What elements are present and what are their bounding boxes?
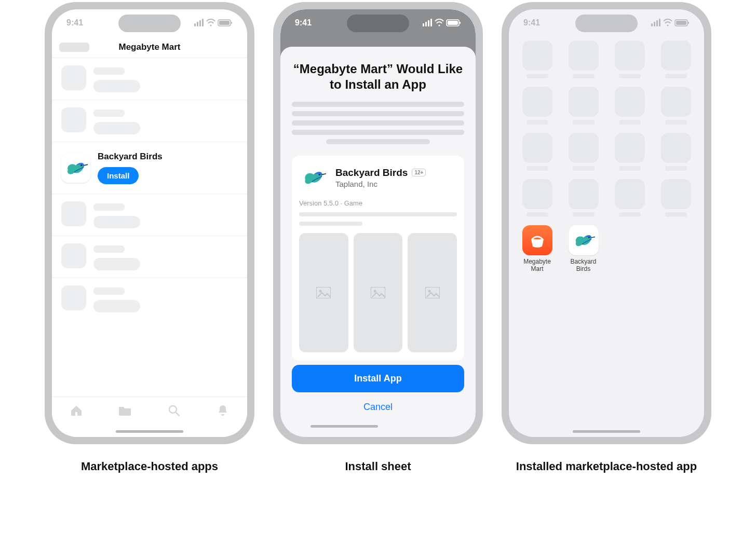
caption-3: Installed marketplace-hosted app — [516, 460, 697, 473]
app-placeholder[interactable] — [562, 179, 604, 217]
cancel-button[interactable]: Cancel — [359, 398, 397, 417]
search-icon[interactable] — [164, 403, 184, 418]
list-item[interactable] — [52, 58, 247, 100]
install-button[interactable]: Install — [98, 167, 139, 184]
text-placeholder — [299, 212, 457, 216]
text-placeholder — [299, 222, 362, 226]
app-grid: Megabyte Mart Backyard Birds — [516, 40, 697, 273]
app-placeholder[interactable] — [516, 179, 558, 217]
app-icon-placeholder — [61, 285, 86, 310]
dynamic-island — [118, 15, 181, 32]
app-placeholder[interactable] — [655, 40, 697, 78]
svg-line-12 — [176, 413, 179, 416]
app-placeholder[interactable] — [562, 133, 604, 171]
app-card: Backyard Birds 12+ Tapland, Inc Version … — [292, 156, 464, 361]
backyard-birds-icon — [299, 163, 328, 192]
app-publisher: Tapland, Inc — [335, 180, 426, 188]
status-time: 9:41 — [295, 18, 312, 28]
screenshot-placeholder — [408, 233, 457, 352]
status-time: 9:41 — [523, 18, 540, 28]
home-indicator — [310, 425, 378, 428]
app-backyard-birds[interactable]: Backyard Birds — [562, 225, 604, 273]
app-placeholder[interactable] — [609, 179, 651, 217]
app-placeholder[interactable] — [655, 133, 697, 171]
list-item[interactable] — [52, 236, 247, 278]
age-rating-badge: 12+ — [412, 169, 426, 176]
backyard-birds-icon — [569, 225, 599, 255]
app-list: Backyard Birds Install — [52, 58, 247, 320]
screen1-column: 9:41 Megabyte Mart — [45, 2, 254, 473]
install-sheet: “Megabyte Mart” Would Like to Install an… — [280, 47, 476, 437]
screenshot-placeholder — [354, 233, 403, 352]
app-placeholder[interactable] — [609, 87, 651, 125]
app-placeholder[interactable] — [655, 179, 697, 217]
nav-title: Megabyte Mart — [118, 42, 180, 52]
sheet-actions: Install App Cancel — [292, 365, 464, 428]
backyard-birds-icon — [61, 154, 90, 183]
home-indicator — [116, 430, 183, 433]
app-card-title: Backyard Birds 12+ — [335, 167, 426, 179]
app-icon-placeholder — [61, 243, 86, 268]
app-placeholder[interactable] — [609, 40, 651, 78]
sheet-description-placeholder — [292, 102, 464, 144]
app-row-backyard-birds[interactable]: Backyard Birds Install — [52, 142, 247, 194]
status-icons — [194, 18, 233, 28]
app-placeholder[interactable] — [516, 87, 558, 125]
phone-screen-3: 9:41 — [509, 9, 704, 437]
bell-icon[interactable] — [212, 403, 233, 418]
app-placeholder[interactable] — [562, 40, 604, 78]
tab-bar — [52, 396, 247, 437]
back-button-placeholder[interactable] — [59, 43, 89, 52]
list-item[interactable] — [52, 100, 247, 142]
app-placeholder[interactable] — [562, 87, 604, 125]
app-placeholder[interactable] — [516, 40, 558, 78]
screenshots-row — [299, 233, 457, 352]
app-placeholder[interactable] — [516, 133, 558, 171]
home-indicator — [573, 430, 640, 433]
app-meta: Version 5.5.0 · Game — [299, 199, 457, 207]
list-item[interactable] — [52, 278, 247, 320]
install-app-button[interactable]: Install App — [292, 365, 464, 392]
status-icons — [423, 18, 461, 28]
phone-frame-3: 9:41 — [502, 2, 711, 444]
three-phone-layout: 9:41 Megabyte Mart — [44, 2, 712, 473]
app-label: Backyard Birds — [563, 258, 604, 273]
dynamic-island — [347, 15, 409, 32]
caption-1: Marketplace-hosted apps — [81, 460, 218, 473]
home-screen: Megabyte Mart Backyard Birds — [509, 36, 704, 277]
app-title: Backyard Birds — [98, 152, 163, 162]
dynamic-island — [575, 15, 638, 32]
megabyte-mart-icon — [522, 225, 552, 255]
app-placeholder[interactable] — [655, 87, 697, 125]
phone-frame-1: 9:41 Megabyte Mart — [45, 2, 254, 444]
app-icon-placeholder — [61, 201, 86, 226]
app-icon-placeholder — [61, 107, 86, 132]
caption-2: Install sheet — [345, 460, 411, 473]
sheet-title: “Megabyte Mart” Would Like to Install an… — [292, 61, 464, 92]
app-placeholder[interactable] — [609, 133, 651, 171]
svg-point-11 — [169, 406, 177, 413]
status-icons — [651, 18, 690, 28]
status-time: 9:41 — [66, 18, 83, 28]
screen3-column: 9:41 — [502, 2, 711, 473]
folder-icon[interactable] — [115, 403, 136, 418]
app-megabyte-mart[interactable]: Megabyte Mart — [516, 225, 558, 273]
home-icon[interactable] — [66, 403, 87, 418]
app-icon-placeholder — [61, 65, 86, 90]
screenshot-placeholder — [299, 233, 348, 352]
app-label: Megabyte Mart — [517, 258, 558, 273]
screen2-column: 9:41 “Megabyte Mart” Would Like to Insta… — [273, 2, 483, 473]
list-item[interactable] — [52, 194, 247, 236]
nav-bar: Megabyte Mart — [52, 36, 247, 58]
phone-frame-2: 9:41 “Megabyte Mart” Would Like to Insta… — [273, 2, 483, 444]
phone-screen-1: 9:41 Megabyte Mart — [52, 9, 247, 437]
phone-screen-2: 9:41 “Megabyte Mart” Would Like to Insta… — [280, 9, 476, 437]
